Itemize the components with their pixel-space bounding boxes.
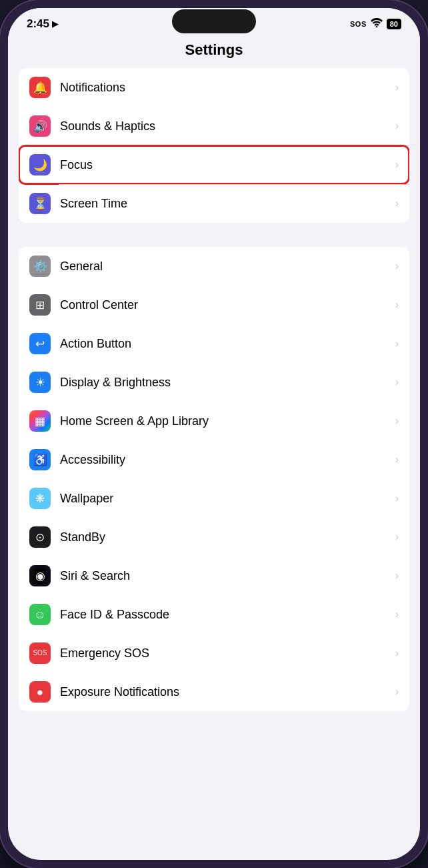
settings-row-screen-time[interactable]: ⏳Screen Time› bbox=[19, 184, 409, 223]
chevron-screen-time: › bbox=[395, 197, 399, 209]
chevron-emergency-sos: › bbox=[395, 647, 399, 659]
icon-control-center: ⊞ bbox=[29, 294, 51, 316]
settings-row-display-brightness[interactable]: ☀Display & Brightness› bbox=[19, 363, 409, 402]
icon-symbol-screen-time: ⏳ bbox=[33, 198, 47, 209]
label-wallpaper: Wallpaper bbox=[60, 492, 395, 506]
icon-face-id: ☺ bbox=[29, 604, 51, 625]
icon-general: ⚙️ bbox=[29, 256, 51, 277]
settings-row-face-id[interactable]: ☺Face ID & Passcode› bbox=[19, 595, 409, 634]
settings-row-home-screen[interactable]: ▦Home Screen & App Library› bbox=[19, 402, 409, 440]
settings-row-control-center[interactable]: ⊞Control Center› bbox=[19, 286, 409, 324]
wifi-icon bbox=[371, 18, 383, 30]
chevron-display-brightness: › bbox=[395, 376, 399, 388]
icon-emergency-sos: SOS bbox=[29, 642, 51, 664]
icon-home-screen: ▦ bbox=[29, 410, 51, 432]
icon-accessibility: ♿ bbox=[29, 449, 51, 470]
label-general: General bbox=[60, 260, 395, 274]
settings-row-focus[interactable]: 🌙Focus› bbox=[19, 145, 409, 184]
svg-point-0 bbox=[375, 26, 377, 27]
label-control-center: Control Center bbox=[60, 298, 395, 312]
icon-symbol-home-screen: ▦ bbox=[35, 416, 45, 427]
settings-row-exposure[interactable]: ●Exposure Notifications› bbox=[19, 673, 409, 711]
chevron-notifications: › bbox=[395, 81, 399, 93]
icon-sounds: 🔊 bbox=[29, 115, 51, 137]
label-display-brightness: Display & Brightness bbox=[60, 376, 395, 390]
label-emergency-sos: Emergency SOS bbox=[60, 646, 395, 661]
settings-row-sounds[interactable]: 🔊Sounds & Haptics› bbox=[19, 107, 409, 145]
icon-siri-search: ◉ bbox=[29, 565, 51, 586]
status-icons: SOS 80 bbox=[350, 18, 401, 30]
chevron-exposure: › bbox=[395, 686, 399, 698]
label-notifications: Notifications bbox=[60, 81, 395, 95]
chevron-focus: › bbox=[395, 159, 399, 171]
icon-symbol-face-id: ☺ bbox=[34, 609, 45, 620]
icon-symbol-standby: ⊙ bbox=[35, 532, 45, 543]
icon-action-button: ↩ bbox=[29, 333, 51, 354]
chevron-siri-search: › bbox=[395, 570, 399, 582]
nav-bar: Settings bbox=[8, 36, 420, 68]
label-screen-time: Screen Time bbox=[60, 197, 395, 211]
phone-screen: 2:45 ▶ SOS 80 bbox=[8, 8, 420, 860]
label-standby: StandBy bbox=[60, 530, 395, 544]
chevron-general: › bbox=[395, 260, 399, 272]
sos-label: SOS bbox=[350, 20, 367, 28]
chevron-control-center: › bbox=[395, 299, 399, 311]
settings-row-wallpaper[interactable]: ❋Wallpaper› bbox=[19, 479, 409, 518]
icon-symbol-control-center: ⊞ bbox=[35, 300, 45, 311]
battery-icon: 80 bbox=[387, 19, 401, 29]
chevron-face-id: › bbox=[395, 608, 399, 620]
icon-exposure: ● bbox=[29, 681, 51, 703]
settings-row-accessibility[interactable]: ♿Accessibility› bbox=[19, 440, 409, 479]
label-accessibility: Accessibility bbox=[60, 453, 395, 467]
location-icon: ▶ bbox=[52, 19, 58, 29]
icon-symbol-exposure: ● bbox=[37, 687, 43, 698]
settings-row-emergency-sos[interactable]: SOSEmergency SOS› bbox=[19, 634, 409, 673]
chevron-wallpaper: › bbox=[395, 492, 399, 504]
settings-row-general[interactable]: ⚙️General› bbox=[19, 247, 409, 286]
settings-row-standby[interactable]: ⊙StandBy› bbox=[19, 518, 409, 556]
settings-row-siri-search[interactable]: ◉Siri & Search› bbox=[19, 556, 409, 595]
icon-symbol-sounds: 🔊 bbox=[33, 121, 47, 132]
icon-wallpaper: ❋ bbox=[29, 488, 51, 509]
scroll-content[interactable]: 🔔Notifications›🔊Sounds & Haptics›🌙Focus›… bbox=[8, 68, 420, 860]
icon-symbol-accessibility: ♿ bbox=[33, 454, 47, 466]
label-exposure: Exposure Notifications bbox=[60, 685, 395, 699]
icon-standby: ⊙ bbox=[29, 526, 51, 548]
icon-symbol-display-brightness: ☀ bbox=[35, 377, 45, 388]
settings-row-action-button[interactable]: ↩Action Button› bbox=[19, 324, 409, 363]
icon-symbol-general: ⚙️ bbox=[33, 261, 47, 272]
icon-symbol-siri-search: ◉ bbox=[35, 570, 45, 582]
icon-symbol-focus: 🌙 bbox=[33, 159, 47, 171]
icon-focus: 🌙 bbox=[29, 154, 51, 175]
label-focus: Focus bbox=[60, 158, 395, 172]
icon-symbol-emergency-sos: SOS bbox=[33, 650, 47, 657]
chevron-home-screen: › bbox=[395, 415, 399, 427]
icon-symbol-action-button: ↩ bbox=[35, 338, 45, 350]
label-sounds: Sounds & Haptics bbox=[60, 119, 395, 133]
settings-group-0: 🔔Notifications›🔊Sounds & Haptics›🌙Focus›… bbox=[19, 68, 409, 223]
dynamic-island bbox=[172, 9, 256, 33]
chevron-accessibility: › bbox=[395, 454, 399, 466]
chevron-action-button: › bbox=[395, 338, 399, 350]
status-time: 2:45 ▶ bbox=[27, 17, 58, 31]
phone-frame: 2:45 ▶ SOS 80 bbox=[0, 0, 428, 868]
settings-row-notifications[interactable]: 🔔Notifications› bbox=[19, 68, 409, 107]
label-home-screen: Home Screen & App Library bbox=[60, 414, 395, 428]
battery-level: 80 bbox=[387, 19, 401, 29]
chevron-sounds: › bbox=[395, 120, 399, 132]
settings-group-1: ⚙️General›⊞Control Center›↩Action Button… bbox=[19, 247, 409, 711]
time-display: 2:45 bbox=[27, 17, 49, 31]
label-action-button: Action Button bbox=[60, 337, 395, 351]
icon-symbol-wallpaper: ❋ bbox=[35, 493, 45, 504]
chevron-standby: › bbox=[395, 531, 399, 543]
icon-notifications: 🔔 bbox=[29, 77, 51, 98]
icon-display-brightness: ☀ bbox=[29, 372, 51, 393]
icon-symbol-notifications: 🔔 bbox=[33, 82, 47, 93]
label-face-id: Face ID & Passcode bbox=[60, 608, 395, 622]
icon-screen-time: ⏳ bbox=[29, 193, 51, 214]
label-siri-search: Siri & Search bbox=[60, 569, 395, 583]
page-title: Settings bbox=[21, 41, 407, 59]
